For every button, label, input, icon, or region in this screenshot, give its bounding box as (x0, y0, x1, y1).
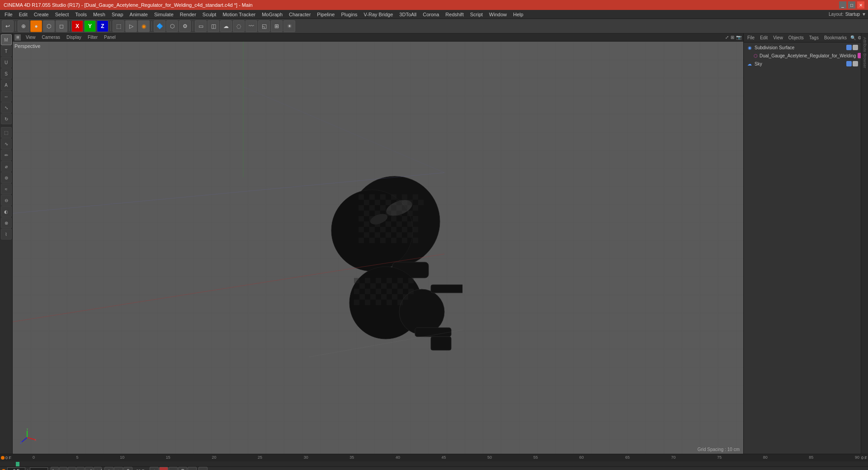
menu-render[interactable]: Render (177, 11, 199, 18)
close-button[interactable]: ✕ (857, 1, 864, 9)
sky-vis-dot[interactable] (846, 61, 852, 66)
menu-animate[interactable]: Animate (127, 11, 151, 18)
z-axis-btn[interactable]: Z (97, 20, 108, 32)
timeline-numbers-container[interactable]: 0 5 10 15 20 25 30 35 40 45 50 55 60 65 … (17, 454, 859, 461)
menu-corona[interactable]: Corona (420, 11, 442, 18)
menu-edit[interactable]: Edit (16, 11, 30, 18)
left-btn-uv[interactable]: U (1, 57, 12, 68)
menu-script[interactable]: Script (467, 11, 486, 18)
viewport-icon-cam[interactable]: 📷 (736, 35, 741, 40)
tex-manager-btn[interactable]: ⬡ (166, 20, 178, 32)
menu-motion-tracker[interactable]: Motion Tracker (220, 11, 258, 18)
physical-sky-btn[interactable]: ☀ (283, 20, 295, 32)
left-btn-layer[interactable]: ⊗ (1, 217, 12, 228)
bg-btn[interactable]: ◫ (208, 20, 219, 32)
timeline-track-area[interactable] (0, 461, 868, 466)
menu-window[interactable]: Window (486, 11, 509, 18)
playback-step-back-btn[interactable]: |◀ (51, 467, 59, 470)
menu-simulate[interactable]: Simulate (151, 11, 176, 18)
viewport-menu-filter[interactable]: Filter (86, 34, 99, 40)
left-btn-poly-pen[interactable]: ✏ (1, 150, 12, 160)
viewport-menu-panel[interactable]: Panel (103, 34, 117, 40)
left-btn-select[interactable]: ⬚ (1, 127, 12, 138)
viewport-menu-cameras[interactable]: Cameras (41, 34, 62, 40)
menu-snap[interactable]: Snap (109, 11, 126, 18)
menu-create[interactable]: Create (31, 11, 52, 18)
left-btn-snap[interactable]: S (1, 68, 12, 79)
viewport-menu-display[interactable]: Display (65, 34, 83, 40)
playback-stop2-btn[interactable]: ■ (159, 467, 168, 470)
menu-sculpt[interactable]: Sculpt (200, 11, 219, 18)
left-btn-texture[interactable]: T (1, 46, 12, 56)
tree-item-subdivision[interactable]: ◉ Subdivision Surface (745, 43, 860, 52)
menu-vray-bridge[interactable]: V-Ray Bridge (361, 11, 396, 18)
menu-3dtoall[interactable]: 3DToAll (396, 11, 419, 18)
left-btn-loop-sel[interactable]: ∿ (1, 138, 12, 149)
menu-character[interactable]: Character (286, 11, 313, 18)
dual-gauge-vis-dot[interactable] (858, 53, 861, 58)
playback-step-fwd-btn[interactable]: ▶| (85, 467, 93, 470)
viewport-icon-grid[interactable]: ⊞ (731, 35, 734, 40)
playback-track-btn[interactable]: ▬ (188, 467, 197, 470)
left-btn-magnet[interactable]: ⊚ (1, 172, 12, 183)
subdivision-vis-dot[interactable] (846, 45, 852, 50)
rpanel-tab-bookmarks[interactable]: Bookmarks (822, 34, 849, 41)
menu-help[interactable]: Help (510, 11, 526, 18)
rpanel-tab-edit[interactable]: Edit (758, 34, 769, 41)
playback-play-reverse-btn[interactable]: ◀ (59, 467, 67, 470)
tree-item-dual-gauge[interactable]: ⬡ Dual_Gauge_Acetylene_Regulator_for_Wel… (745, 52, 860, 60)
floor-btn[interactable]: ▭ (195, 20, 207, 32)
sky-btn[interactable]: ☁ (220, 20, 232, 32)
render-settings-btn[interactable]: ⚙ (179, 20, 191, 32)
menu-tools[interactable]: Tools (72, 11, 90, 18)
render-view-btn[interactable]: ▷ (125, 20, 137, 32)
playback-keyframe-btn[interactable]: ◆ (114, 467, 123, 470)
timeline-playhead[interactable] (16, 462, 19, 466)
playback-p-btn[interactable]: P (178, 467, 187, 470)
mode-points[interactable]: ● (30, 20, 42, 32)
minimize-button[interactable]: _ (839, 1, 846, 9)
maximize-button[interactable]: □ (848, 1, 855, 9)
left-btn-sculpt[interactable]: ◐ (1, 206, 12, 217)
left-btn-brush[interactable]: ⊖ (1, 195, 12, 206)
undo-button[interactable]: ↩ (2, 20, 14, 32)
compositing-btn[interactable]: ⊞ (271, 20, 283, 32)
mode-polygons[interactable]: ◻ (56, 20, 67, 32)
playback-options-btn[interactable]: ≡ (198, 467, 208, 470)
left-btn-knife[interactable]: ⌀ (1, 161, 12, 172)
layout-dropdown-icon[interactable]: ▼ (862, 12, 866, 17)
sky-lock-dot[interactable] (853, 61, 858, 66)
new-object-button[interactable]: ⊕ (18, 20, 29, 32)
material-manager-btn[interactable]: 🔷 (154, 20, 165, 32)
playback-help-btn[interactable]: ? (123, 467, 132, 470)
menu-plugins[interactable]: Plugins (338, 11, 360, 18)
subdivision-lock-dot[interactable] (853, 45, 858, 50)
mode-edges[interactable]: ⬡ (43, 20, 55, 32)
rpanel-tab-view[interactable]: View (771, 34, 785, 41)
rpanel-search-icon[interactable]: 🔍 (850, 35, 856, 40)
fog-btn[interactable]: 〰 (245, 20, 257, 32)
viewport-menu-view[interactable]: View (24, 34, 37, 40)
left-btn-move[interactable]: ↔ (1, 91, 12, 102)
playback-sub-input[interactable] (30, 467, 48, 470)
env-btn[interactable]: ◌ (233, 20, 245, 32)
render-region-btn[interactable]: ⬚ (113, 20, 124, 32)
left-btn-rotate[interactable]: ↻ (1, 113, 12, 124)
left-btn-axis[interactable]: A (1, 80, 12, 90)
playback-frame-input[interactable] (7, 467, 25, 470)
menu-select[interactable]: Select (52, 11, 72, 18)
playback-plus-btn[interactable]: + (150, 467, 159, 470)
menu-pipeline[interactable]: Pipeline (314, 11, 337, 18)
x-axis-btn[interactable]: X (71, 20, 83, 32)
menu-mesh[interactable]: Mesh (90, 11, 108, 18)
render-btn[interactable]: ◉ (138, 20, 150, 32)
playback-end-btn[interactable]: ▶▶| (94, 467, 102, 470)
left-btn-model[interactable]: M (1, 34, 12, 45)
rpanel-tab-objects[interactable]: Objects (787, 34, 806, 41)
playback-stop-btn[interactable]: ■ (68, 467, 76, 470)
left-btn-spline[interactable]: ⌇ (1, 229, 12, 240)
left-btn-smooth[interactable]: ≈ (1, 183, 12, 194)
playback-frame-circle-btn[interactable]: ○ (169, 467, 178, 470)
viewport-icon-expand[interactable]: ⤢ (725, 35, 729, 40)
left-btn-scale[interactable]: ⤡ (1, 102, 12, 113)
